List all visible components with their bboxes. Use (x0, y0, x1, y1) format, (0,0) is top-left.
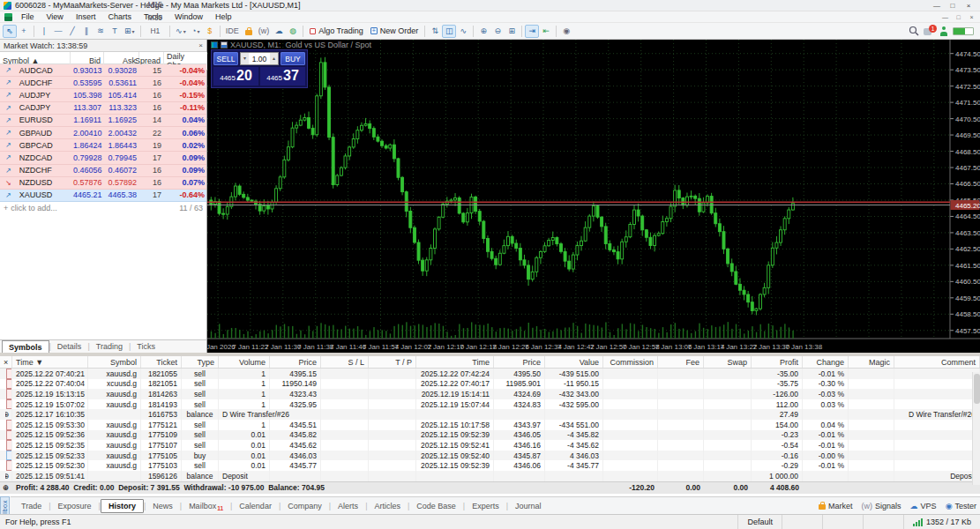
history-col-time[interactable]: Time (416, 356, 494, 368)
history-col-commission[interactable]: Commission (603, 356, 658, 368)
search-icon[interactable] (909, 26, 919, 36)
tick-chart-button[interactable]: ⇅ (428, 25, 442, 38)
scrollbar-thumb[interactable] (974, 374, 980, 404)
menu-charts[interactable]: Charts (101, 12, 138, 21)
history-col-volume[interactable]: Volume (219, 356, 270, 368)
market-watch-row-audjpy[interactable]: ↗AUDJPY105.398105.41416-0.15% (0, 89, 206, 101)
toolbox-tab-news[interactable]: News (146, 499, 180, 513)
auto-scroll-button[interactable]: ⇤ (539, 25, 553, 38)
history-row[interactable]: 2025.12.15 09:52:33xauusd.g1775105buy0.0… (0, 451, 980, 461)
signals-link[interactable]: (w)Signals (862, 502, 901, 510)
market-link[interactable]: Market (819, 502, 853, 510)
history-col-price[interactable]: Price (270, 356, 321, 368)
algo-trading-button[interactable]: Algo Trading (306, 25, 367, 38)
trendline-tool-button[interactable]: ╱ (65, 25, 79, 38)
history-col-change[interactable]: Change (803, 356, 849, 368)
maximize-icon[interactable]: □ (945, 2, 961, 10)
toolbox-tab-experts[interactable]: Experts (465, 499, 506, 513)
market-watch-add-row[interactable]: + click to add... 11 / 63 (0, 202, 206, 214)
mdi-restore-icon[interactable]: □ (952, 14, 965, 20)
minimize-icon[interactable]: — (929, 2, 945, 10)
volume-value[interactable]: 1.00 (249, 55, 270, 63)
history-col-tp[interactable]: T / P (369, 356, 416, 368)
crosshair-tool-button[interactable]: + (17, 25, 31, 38)
history-scrollbar[interactable] (972, 372, 980, 485)
history-col-fee[interactable]: Fee (658, 356, 704, 368)
tile-windows-button[interactable]: ⊞ (505, 25, 519, 38)
vps-link[interactable]: ☁VPS (910, 502, 937, 510)
toolbox-tab-trade[interactable]: Trade (14, 499, 49, 513)
channel-tool-button[interactable]: ∥ (79, 25, 94, 38)
tab-trading[interactable]: Trading (90, 340, 129, 353)
horizontal-line-tool-button[interactable]: — (51, 25, 65, 38)
market-watch-row-audchf[interactable]: ↗AUDCHF0.535950.5361116-0.04% (0, 77, 206, 89)
deposit-button[interactable]: $ (203, 25, 217, 38)
toolbox-tab-alerts[interactable]: Alerts (331, 499, 365, 513)
history-col-profit[interactable]: Profit (752, 356, 803, 368)
market-watch-row-nzdcad[interactable]: ↗NZDCAD0.799280.79945170.09% (0, 152, 206, 164)
market-watch-row-gbpaud[interactable]: ↗GBPAUD2.004102.00432220.06% (0, 127, 206, 139)
history-col-type[interactable]: Type (182, 356, 219, 368)
history-row[interactable]: 2025.12.19 15:13:15xauusd.g1814263sell14… (0, 389, 980, 399)
history-col-swap[interactable]: Swap (704, 356, 752, 368)
tab-symbols[interactable]: Symbols (2, 340, 49, 353)
mdi-minimize-icon[interactable]: — (939, 14, 952, 20)
history-col-time[interactable]: Time ▼ (12, 356, 88, 368)
history-col-magic[interactable]: Magic (849, 356, 894, 368)
toolbox-tab-mailbox[interactable]: Mailbox11 (182, 499, 230, 513)
shift-end-button[interactable]: ⇥ (525, 25, 539, 38)
menu-file[interactable]: File (15, 12, 41, 21)
tester-link[interactable]: ◉Tester (946, 502, 976, 510)
indicators-menu-button[interactable]: ∿▾ (173, 25, 189, 38)
screenshot-button[interactable]: ◉ (559, 25, 573, 38)
fibonacci-tool-button[interactable]: ≋ (94, 25, 108, 38)
history-row[interactable]: 2025.12.15 09:52:36xauusd.g1775109sell0.… (0, 430, 980, 441)
volume-decrease-icon[interactable]: ▾ (241, 53, 249, 64)
history-row[interactable]: 2025.12.15 09:53:30xauusd.g1775121sell14… (0, 420, 980, 430)
line-chart-button[interactable]: ∿ (456, 25, 470, 38)
history-col-value[interactable]: Value (545, 356, 603, 368)
market-watch-row-nzdchf[interactable]: ↗NZDCHF0.460560.46072160.09% (0, 165, 206, 177)
menu-window[interactable]: Window (168, 12, 209, 21)
buy-price[interactable]: 4465 37 (260, 67, 305, 86)
vertical-line-tool-button[interactable]: | (37, 25, 51, 38)
close-icon[interactable]: × (961, 2, 976, 10)
market-watch-row-eurusd[interactable]: ↗EURUSD1.169111.16925140.04% (0, 115, 206, 127)
market-watch-close-icon[interactable]: × (198, 41, 203, 49)
metaeditor-ide-button[interactable]: IDE (223, 25, 242, 38)
history-col-sl[interactable]: S / L (321, 356, 369, 368)
zoom-in-button[interactable]: ⊕ (476, 25, 490, 38)
toolbox-tab-articles[interactable]: Articles (367, 499, 408, 513)
history-row[interactable]: 2025.12.15 09:52:35xauusd.g1775107sell0.… (0, 440, 980, 451)
volume-increase-icon[interactable]: ▴ (270, 53, 278, 64)
history-row[interactable]: 2025.12.22 07:40:21xauusd.g1821055sell14… (0, 369, 980, 379)
mdi-close-icon[interactable]: × (965, 14, 978, 20)
menu-view[interactable]: View (41, 12, 70, 21)
profile-selector[interactable]: Default (737, 515, 782, 529)
buy-button[interactable]: BUY (281, 52, 305, 65)
candle-chart-button[interactable]: ◫ (442, 25, 456, 38)
timeframe-m30[interactable]: M30 (144, 11, 168, 25)
market-icon[interactable] (242, 25, 256, 38)
history-row[interactable]: ⊕2025.12.15 09:51:411596126balanceDeposi… (0, 471, 980, 481)
toolbox-tab-history[interactable]: History (101, 499, 144, 513)
market-watch-row-nzdusd[interactable]: ↘NZDUSD0.578760.57892160.07% (0, 177, 206, 190)
objects-menu-button[interactable]: ⊞▾ (122, 25, 138, 38)
tab-ticks[interactable]: Ticks (131, 340, 161, 353)
market-watch-row-gbpcad[interactable]: ↗GBPCAD1.864241.86443190.02% (0, 139, 206, 152)
connection-status-icon[interactable] (939, 26, 948, 36)
toolbox-tab-journal[interactable]: Journal (508, 499, 549, 513)
signals-icon[interactable]: (w) (256, 25, 273, 38)
sell-button[interactable]: SELL (213, 52, 238, 65)
menu-insert[interactable]: Insert (70, 12, 102, 21)
toolbox-tab-codebase[interactable]: Code Base (409, 499, 463, 513)
timeframe-m15[interactable]: M15 (144, 0, 168, 11)
community-icon[interactable]: ◍ (286, 25, 300, 38)
notifications-icon[interactable]: 1 (924, 26, 935, 36)
history-row[interactable]: ⊕2025.12.17 16:10:351616753balanceD Wire… (0, 409, 980, 420)
menu-help[interactable]: Help (209, 12, 238, 21)
toolbox-close-icon[interactable]: × (0, 356, 12, 368)
objects-list-button[interactable]: ◔▾ (189, 25, 203, 38)
toolbox-tab-company[interactable]: Company (281, 499, 329, 513)
history-col-comment[interactable]: Comment (894, 356, 980, 368)
